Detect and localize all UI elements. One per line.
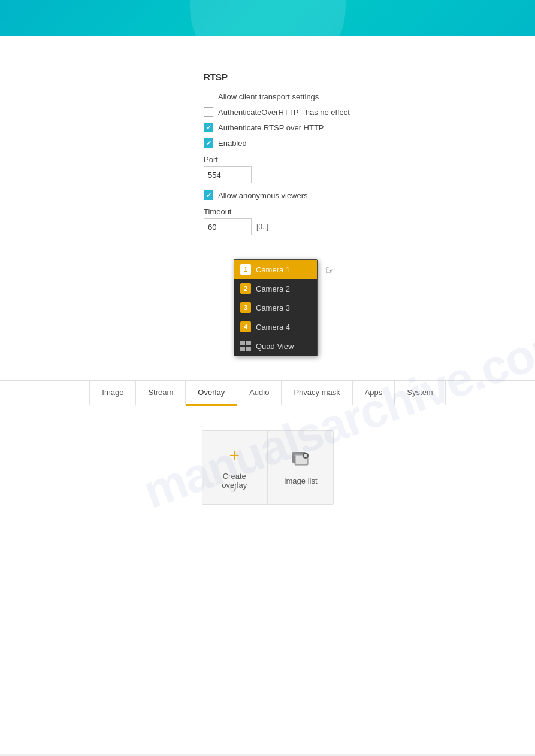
timeout-label: Timeout	[204, 207, 535, 216]
overlay-section: + Create overlay ☞	[0, 430, 535, 505]
checkbox-allow-transport[interactable]	[204, 92, 213, 101]
checkbox-row-4: Enabled	[204, 138, 535, 148]
tab-system[interactable]: System	[395, 381, 445, 406]
image-list-icon	[291, 450, 310, 470]
image-list-label: Image list	[284, 476, 318, 485]
rtsp-section: RTSP Allow client transport settings Aut…	[204, 72, 535, 235]
timeout-field-group: Timeout [0..]	[204, 207, 535, 235]
checkbox-allow-transport-label: Allow client transport settings	[218, 92, 319, 101]
tab-stream[interactable]: Stream	[136, 381, 186, 406]
header-circle-decoration	[190, 0, 346, 36]
tab-audio[interactable]: Audio	[237, 381, 282, 406]
image-list-button[interactable]: Image list	[268, 431, 333, 504]
camera-menu-item-2[interactable]: 2 Camera 2	[234, 279, 317, 298]
cursor-hand-icon: ☞	[325, 263, 335, 277]
camera-3-badge: 3	[240, 302, 251, 313]
camera-menu-item-1[interactable]: 1 Camera 1	[234, 260, 317, 279]
checkbox-row-2: AuthenticateOverHTTP - has no effect	[204, 107, 535, 117]
svg-point-4	[304, 454, 307, 457]
overlay-panel: + Create overlay ☞	[202, 430, 334, 505]
create-overlay-button[interactable]: + Create overlay ☞	[202, 431, 267, 504]
camera-2-label: Camera 2	[256, 284, 290, 293]
camera-3-label: Camera 3	[256, 303, 290, 312]
tab-privacy-mask[interactable]: Privacy mask	[282, 381, 352, 406]
camera-menu-item-3[interactable]: 3 Camera 3	[234, 298, 317, 317]
port-input[interactable]	[204, 166, 252, 183]
rtsp-title: RTSP	[204, 72, 535, 82]
camera-2-badge: 2	[240, 283, 251, 294]
overlay-divider	[267, 431, 268, 504]
checkbox-anonymous-label: Allow anonymous viewers	[218, 191, 308, 200]
camera-menu: 1 Camera 1 2 Camera 2 3 Camera 3 4 Camer…	[234, 259, 318, 356]
checkbox-row-1: Allow client transport settings	[204, 92, 535, 101]
camera-4-label: Camera 4	[256, 323, 290, 332]
checkbox-auth-http[interactable]	[204, 107, 213, 117]
tab-apps[interactable]: Apps	[353, 381, 395, 406]
camera-menu-item-quad[interactable]: Quad View	[234, 336, 317, 356]
timeout-input[interactable]	[204, 218, 252, 235]
header-bar	[0, 0, 535, 36]
checkbox-row-3: Authenticate RTSP over HTTP	[204, 123, 535, 132]
main-content: manualsarchive.com RTSP Allow client tra…	[0, 36, 535, 754]
camera-1-badge: 1	[240, 264, 251, 275]
quad-view-icon	[240, 341, 251, 351]
port-label: Port	[204, 155, 535, 164]
plus-icon: +	[229, 445, 240, 466]
checkbox-anonymous[interactable]	[204, 190, 213, 200]
quad-view-label: Quad View	[256, 342, 294, 351]
checkbox-auth-http-label: AuthenticateOverHTTP - has no effect	[218, 108, 350, 117]
checkbox-enabled[interactable]	[204, 138, 213, 148]
nav-tabs: Image Stream Overlay Audio Privacy mask …	[0, 380, 535, 406]
tab-image[interactable]: Image	[89, 381, 136, 406]
timeout-row: [0..]	[204, 218, 535, 235]
checkbox-auth-rtsp-label: Authenticate RTSP over HTTP	[218, 123, 324, 132]
checkbox-auth-rtsp[interactable]	[204, 123, 213, 132]
port-field-group: Port	[204, 155, 535, 183]
checkbox-enabled-label: Enabled	[218, 139, 247, 148]
camera-menu-item-4[interactable]: 4 Camera 4	[234, 317, 317, 336]
camera-1-label: Camera 1	[256, 265, 290, 274]
camera-dropdown-container: 1 Camera 1 2 Camera 2 3 Camera 3 4 Camer…	[234, 259, 318, 356]
camera-4-badge: 4	[240, 321, 251, 332]
timeout-hint: [0..]	[256, 223, 268, 231]
create-overlay-label: Create overlay	[214, 472, 255, 490]
tab-overlay[interactable]: Overlay	[186, 381, 237, 406]
checkbox-row-5: Allow anonymous viewers	[204, 190, 535, 200]
